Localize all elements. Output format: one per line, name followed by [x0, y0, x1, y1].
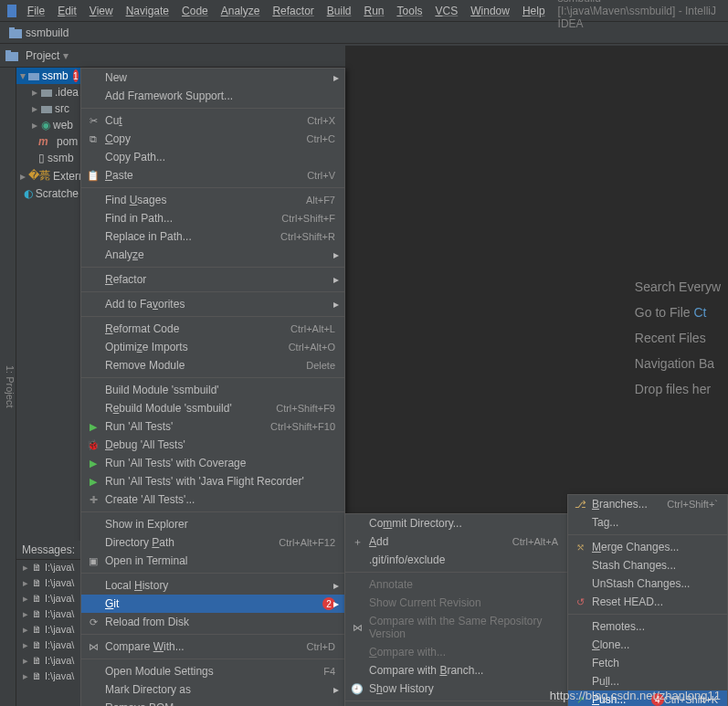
menu-item-optimize-imports[interactable]: Optimize ImportsCtrl+Alt+O	[81, 338, 344, 356]
menu-item-refactor[interactable]: Refactor▸	[81, 270, 344, 289]
menu-item-run-all-tests[interactable]: ▶Run 'All Tests'Ctrl+Shift+F10	[81, 417, 344, 436]
menu-item-run-all-tests-with-java-flight-recorder[interactable]: ▶Run 'All Tests' with 'Java Flight Recor…	[81, 472, 344, 490]
message-row[interactable]: ▸🗎I:\java\	[16, 606, 80, 622]
menu-item-remove-module[interactable]: Remove ModuleDelete	[81, 356, 344, 374]
paste-icon: 📋	[87, 169, 100, 182]
menu-refactor[interactable]: Refactor	[267, 3, 319, 19]
menu-item-replace-in-path[interactable]: Replace in Path...Ctrl+Shift+R	[81, 227, 344, 246]
menu-item-cut[interactable]: ✂CutCtrl+X	[81, 111, 344, 130]
menu-item-stash-changes[interactable]: Stash Changes...	[568, 556, 727, 574]
menu-item-create-all-tests[interactable]: ✚Create 'All Tests'...	[81, 490, 344, 509]
message-row[interactable]: ▸🗎I:\java\	[16, 575, 80, 591]
menu-item-pull[interactable]: Pull...	[568, 672, 727, 690]
titlebar: FileEditViewNavigateCodeAnalyzeRefactorB…	[0, 0, 728, 22]
menu-item-reformat-code[interactable]: Reformat CodeCtrl+Alt+L	[81, 320, 344, 338]
git-submenu[interactable]: Commit Directory...＋AddCtrl+Alt+A.git/in…	[344, 513, 568, 706]
tree-item[interactable]: m pom	[16, 133, 82, 150]
menu-item-copy[interactable]: ⧉CopyCtrl+C	[81, 130, 344, 148]
menu-item-open-module-settings[interactable]: Open Module SettingsF4	[81, 662, 344, 680]
menu-item-reset-head[interactable]: ↺Reset HEAD...	[568, 593, 727, 611]
menu-item-directory-path[interactable]: Directory PathCtrl+Alt+F12	[81, 533, 344, 552]
menu-item-clone[interactable]: Clone...	[568, 636, 727, 654]
context-menu[interactable]: New▸Add Framework Support...✂CutCtrl+X⧉C…	[80, 68, 345, 706]
menu-item-branches[interactable]: ⎇Branches...Ctrl+Shift+`	[568, 495, 727, 513]
menu-item-show-in-explorer[interactable]: Show in Explorer	[81, 515, 344, 533]
message-folder-icon: 🗎	[32, 577, 42, 589]
tree-external[interactable]: ▸�薨External	[16, 166, 82, 185]
menu-item-debug-all-tests[interactable]: 🐞Debug 'All Tests'	[81, 436, 344, 454]
menu-item-merge-changes[interactable]: ⤲Merge Changes...	[568, 538, 727, 556]
menu-item-unstash-changes[interactable]: UnStash Changes...	[568, 574, 727, 593]
tree-item[interactable]: ▸◉web	[16, 117, 82, 133]
menu-item-analyze[interactable]: Analyze▸	[81, 246, 344, 264]
project-tree[interactable]: ▾ ssmb 1 ▸.idea ▸src ▸◉web m pom ▯ssmb ▸…	[16, 68, 82, 202]
menu-item-reload-from-disk[interactable]: ⟳Reload from Disk	[81, 613, 344, 631]
chevron-right-icon[interactable]: ▸	[22, 670, 29, 682]
menu-item-find-in-path[interactable]: Find in Path...Ctrl+Shift+F	[81, 209, 344, 227]
message-row[interactable]: ▸🗎I:\java\	[16, 591, 80, 606]
chevron-right-icon[interactable]: ▸	[22, 577, 29, 589]
chevron-down-icon[interactable]: ▾	[20, 69, 26, 82]
tree-item[interactable]: ▸src	[16, 100, 82, 117]
menu-edit[interactable]: Edit	[52, 3, 82, 19]
menu-item-find-usages[interactable]: Find UsagesAlt+F7	[81, 191, 344, 209]
menu-build[interactable]: Build	[322, 3, 357, 19]
chevron-down-icon[interactable]: ▾	[63, 49, 69, 62]
menu-analyze[interactable]: Analyze	[216, 3, 266, 19]
message-row[interactable]: ▸🗎I:\java\	[16, 560, 80, 575]
menu-item-add-to-favorites[interactable]: Add to Favorites▸	[81, 295, 344, 313]
menu-item-add[interactable]: ＋AddCtrl+Alt+A	[345, 532, 567, 551]
menu-item-copy-path[interactable]: Copy Path...	[81, 148, 344, 166]
chevron-right-icon[interactable]: ▸	[22, 593, 29, 605]
menu-item-mark-directory-as[interactable]: Mark Directory as▸	[81, 680, 344, 699]
message-row[interactable]: ▸🗎I:\java\	[16, 622, 80, 638]
menu-item-compare-with[interactable]: ⋈Compare With...Ctrl+D	[81, 638, 344, 656]
menu-help[interactable]: Help	[517, 3, 551, 19]
menu-item-add-framework-support[interactable]: Add Framework Support...	[81, 87, 344, 105]
menu-item-new[interactable]: New▸	[81, 68, 344, 87]
menu-item-paste[interactable]: 📋PasteCtrl+V	[81, 166, 344, 184]
chevron-right-icon[interactable]: ▸	[22, 639, 29, 651]
menu-tools[interactable]: Tools	[392, 3, 428, 19]
window-title: ssmbuild [I:\java\Maven\ssmbuild] - Inte…	[558, 0, 721, 30]
menu-item-tag[interactable]: Tag...	[568, 513, 727, 532]
chevron-right-icon[interactable]: ▸	[22, 608, 29, 620]
menu-item-remotes[interactable]: Remotes...	[568, 617, 727, 636]
menu-item-remove-bom[interactable]: Remove BOM	[81, 699, 344, 706]
menu-view[interactable]: View	[84, 3, 119, 19]
menu-item-run-all-tests-with-coverage[interactable]: ▶Run 'All Tests' with Coverage	[81, 454, 344, 472]
menu-item-commit-directory[interactable]: Commit Directory...	[345, 514, 567, 532]
chevron-right-icon[interactable]: ▸	[22, 562, 29, 574]
menu-navigate[interactable]: Navigate	[121, 3, 174, 19]
menu-code[interactable]: Code	[176, 3, 214, 19]
message-row[interactable]: ▸🗎I:\java\	[16, 638, 80, 653]
menu-window[interactable]: Window	[465, 3, 515, 19]
menu-item-git-info-exclude[interactable]: .git/info/exclude	[345, 551, 567, 569]
menu-run[interactable]: Run	[359, 3, 390, 19]
message-folder-icon: 🗎	[32, 655, 42, 667]
chevron-right-icon[interactable]: ▸	[22, 655, 29, 667]
message-folder-icon: 🗎	[32, 670, 42, 682]
sidebar-tab-project[interactable]: 1: Project	[5, 365, 16, 407]
breadcrumb-root[interactable]: ssmbuild	[26, 26, 69, 39]
tree-scratch[interactable]: ◐Scratche	[16, 185, 82, 202]
message-row[interactable]: ▸🗎I:\java\	[16, 669, 80, 684]
menu-item-compare-with-branch[interactable]: Compare with Branch...	[345, 661, 567, 680]
project-label[interactable]: Project	[26, 49, 59, 62]
menu-file[interactable]: File	[22, 3, 50, 19]
menu-item-local-history[interactable]: Local History▸	[81, 576, 344, 595]
menu-item-build-module-ssmbuild[interactable]: Build Module 'ssmbuild'	[81, 381, 344, 399]
tree-item[interactable]: ▯ssmb	[16, 150, 82, 166]
menu-item-fetch[interactable]: Fetch	[568, 654, 727, 672]
tree-root[interactable]: ▾ ssmb 1	[16, 68, 82, 84]
menu-vcs[interactable]: VCS	[430, 3, 464, 19]
menu-item-git[interactable]: Git2▸	[81, 595, 344, 613]
repository-submenu[interactable]: ⎇Branches...Ctrl+Shift+`Tag...⤲Merge Cha…	[567, 494, 728, 706]
chevron-right-icon[interactable]: ▸	[22, 624, 29, 636]
tree-item[interactable]: ▸.idea	[16, 84, 82, 100]
menu-item-rebuild-module-ssmbuild[interactable]: Rebuild Module 'ssmbuild'Ctrl+Shift+F9	[81, 399, 344, 417]
menu-item-open-in-terminal[interactable]: ▣Open in Terminal	[81, 552, 344, 570]
chevron-right-icon: ▸	[333, 579, 339, 592]
menu-item-show-history[interactable]: 🕘Show History	[345, 680, 567, 698]
message-row[interactable]: ▸🗎I:\java\	[16, 653, 80, 669]
